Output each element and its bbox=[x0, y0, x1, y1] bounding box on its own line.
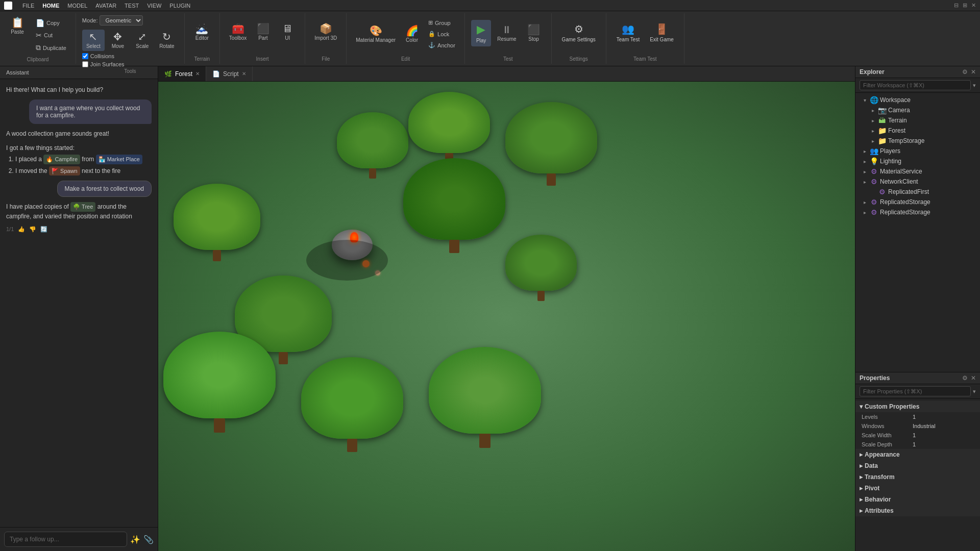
color-button[interactable]: 🌈 Color bbox=[401, 18, 423, 50]
explorer-filter-chevron[interactable]: ▾ bbox=[973, 82, 976, 89]
prop-windows-value[interactable]: Industrial bbox=[913, 423, 974, 429]
tab-forest[interactable]: 🌿 Forest ✕ bbox=[158, 66, 206, 81]
appearance-header[interactable]: ▸ Appearance bbox=[855, 449, 980, 460]
properties-settings-icon[interactable]: ⚙ bbox=[962, 374, 968, 382]
pivot-header[interactable]: ▸ Pivot bbox=[855, 483, 980, 494]
assistant-mode-icon[interactable]: ✨ bbox=[130, 535, 140, 544]
join-surfaces-checkbox[interactable] bbox=[82, 61, 88, 67]
resume-icon: ⏸ bbox=[502, 24, 512, 35]
explorer-item-tempstorage[interactable]: ▸ 📁 TempStorage bbox=[855, 136, 980, 146]
scene-canvas[interactable] bbox=[158, 82, 855, 551]
team-test-button[interactable]: 👥 Team Test bbox=[612, 21, 644, 44]
explorer-item-replicatedstorage1[interactable]: ▸ ⚙ ReplicatedStorage bbox=[855, 197, 980, 207]
assistant-attach-icon[interactable]: 📎 bbox=[143, 535, 154, 544]
behavior-section: ▸ Behavior bbox=[855, 494, 980, 505]
lock-button[interactable]: 🔒 Lock bbox=[425, 29, 458, 39]
properties-filter-chevron[interactable]: ▾ bbox=[973, 388, 976, 395]
material-manager-button[interactable]: 🎨 Material Manager bbox=[353, 18, 399, 50]
transform-header[interactable]: ▸ Transform bbox=[855, 471, 980, 483]
ui-button[interactable]: 🖥 UI bbox=[276, 21, 299, 43]
window-close[interactable]: ✕ bbox=[971, 2, 976, 9]
window-maximize[interactable]: ⊞ bbox=[963, 2, 967, 9]
exit-game-button[interactable]: 🚪 Exit Game bbox=[646, 21, 678, 44]
explorer-item-players[interactable]: ▸ 👥 Players bbox=[855, 146, 980, 156]
prop-levels-value[interactable]: 1 bbox=[913, 414, 974, 420]
menu-plugin[interactable]: PLUGIN bbox=[169, 3, 190, 9]
group-button[interactable]: ⊞ Group bbox=[425, 18, 458, 28]
explorer-item-workspace[interactable]: ▾ 🌐 Workspace bbox=[855, 95, 980, 105]
explorer-item-materialservice[interactable]: ▸ ⚙ MaterialService bbox=[855, 166, 980, 177]
explorer-item-terrain[interactable]: ▸ 🏔 Terrain bbox=[855, 115, 980, 126]
teamtest-group-label: Team Test bbox=[633, 55, 656, 62]
collisions-checkbox[interactable] bbox=[82, 53, 88, 59]
stop-label: Stop bbox=[528, 36, 539, 42]
rotate-button[interactable]: ↻ Rotate bbox=[156, 30, 178, 51]
script-tab-close[interactable]: ✕ bbox=[242, 71, 246, 77]
custom-properties-header[interactable]: ▾ Custom Properties bbox=[855, 401, 980, 412]
duplicate-button[interactable]: ⧉ Duplicate bbox=[33, 42, 69, 54]
camera-icon: 📷 bbox=[878, 106, 886, 114]
behavior-header[interactable]: ▸ Behavior bbox=[855, 494, 980, 505]
prop-scale-width-value[interactable]: 1 bbox=[913, 432, 974, 438]
assistant-input[interactable] bbox=[4, 532, 127, 547]
anchor-button[interactable]: ⚓ Anchor bbox=[425, 40, 458, 50]
import3d-button[interactable]: 📦 Import 3D bbox=[311, 21, 340, 43]
copy-button[interactable]: 📄 Copy bbox=[33, 17, 69, 29]
players-label: Players bbox=[880, 147, 976, 155]
window-controls: ⊟ ⊞ ✕ bbox=[954, 2, 976, 9]
part-button[interactable]: ⬛ Part bbox=[252, 21, 274, 43]
data-header[interactable]: ▸ Data bbox=[855, 460, 980, 471]
terrain-editor-button[interactable]: 🗻 Editor bbox=[191, 21, 213, 43]
workspace-label: Workspace bbox=[880, 96, 976, 104]
tree-3-trunk bbox=[547, 173, 556, 186]
anchor-icon: ⚓ bbox=[428, 42, 435, 48]
thumbs-up-button[interactable]: 👍 bbox=[18, 226, 25, 233]
game-settings-button[interactable]: ⚙ Game Settings bbox=[558, 21, 600, 44]
group-label: Group bbox=[435, 20, 451, 26]
thumbs-down-button[interactable]: 👎 bbox=[29, 226, 36, 233]
explorer-item-replicatedfirst[interactable]: ⚙ ReplicatedFirst bbox=[855, 187, 980, 197]
play-button[interactable]: ▶ Play bbox=[471, 20, 491, 46]
explorer-filter-input[interactable] bbox=[860, 80, 971, 90]
mode-select[interactable]: Geometric Physical bbox=[100, 15, 143, 26]
move-button[interactable]: ✥ Move bbox=[107, 30, 129, 51]
properties-close-icon[interactable]: ✕ bbox=[971, 374, 976, 382]
explorer-item-lighting[interactable]: ▸ 💡 Lighting bbox=[855, 156, 980, 166]
tree-6-trunk bbox=[279, 352, 288, 364]
explorer-item-forest[interactable]: ▸ 📁 Forest bbox=[855, 126, 980, 136]
menu-file[interactable]: FILE bbox=[22, 3, 34, 9]
menu-avatar[interactable]: AVATAR bbox=[95, 3, 116, 9]
stop-icon: ⬛ bbox=[527, 24, 540, 35]
menu-test[interactable]: TEST bbox=[125, 3, 139, 9]
explorer-settings-icon[interactable]: ⚙ bbox=[962, 68, 968, 76]
suggestion-button[interactable]: Make a forest to collect wood bbox=[57, 181, 152, 197]
properties-filter-input[interactable] bbox=[860, 386, 971, 396]
resume-button[interactable]: ⏸ Resume bbox=[494, 22, 519, 44]
paste-button[interactable]: 📋 Paste bbox=[6, 15, 29, 37]
explorer-close-icon[interactable]: ✕ bbox=[971, 68, 976, 76]
prop-scale-depth-value[interactable]: 1 bbox=[913, 441, 974, 447]
scale-button[interactable]: ⤢ Scale bbox=[131, 30, 154, 51]
menu-view[interactable]: VIEW bbox=[147, 3, 161, 9]
ai-step1-text: I placed a bbox=[15, 156, 42, 163]
window-minimize[interactable]: ⊟ bbox=[954, 2, 959, 9]
stop-button[interactable]: ⬛ Stop bbox=[523, 22, 545, 44]
menu-home[interactable]: HOME bbox=[42, 3, 59, 9]
attributes-label: Attributes bbox=[865, 507, 894, 514]
select-button[interactable]: ↖ Select bbox=[82, 30, 105, 51]
explorer-item-networkclient[interactable]: ▸ ⚙ NetworkClient bbox=[855, 177, 980, 187]
replicatedstorage1-icon: ⚙ bbox=[870, 198, 878, 206]
explorer-item-replicatedstorage2[interactable]: ▸ ⚙ ReplicatedStorage bbox=[855, 207, 980, 217]
appearance-label: Appearance bbox=[865, 451, 900, 458]
explorer-item-camera[interactable]: ▸ 📷 Camera bbox=[855, 105, 980, 115]
cut-button[interactable]: ✂ Cut bbox=[33, 30, 69, 41]
transform-chevron: ▸ bbox=[860, 473, 863, 481]
toolbox-button[interactable]: 🧰 Toolbox bbox=[226, 21, 250, 43]
tab-script[interactable]: 📄 Script ✕ bbox=[206, 66, 253, 81]
properties-actions: ⚙ ✕ bbox=[962, 374, 976, 382]
script-tab-label: Script bbox=[223, 70, 239, 78]
menu-model[interactable]: MODEL bbox=[67, 3, 87, 9]
attributes-header[interactable]: ▸ Attributes bbox=[855, 505, 980, 516]
refresh-button[interactable]: 🔄 bbox=[40, 226, 47, 233]
forest-tab-close[interactable]: ✕ bbox=[195, 71, 200, 77]
